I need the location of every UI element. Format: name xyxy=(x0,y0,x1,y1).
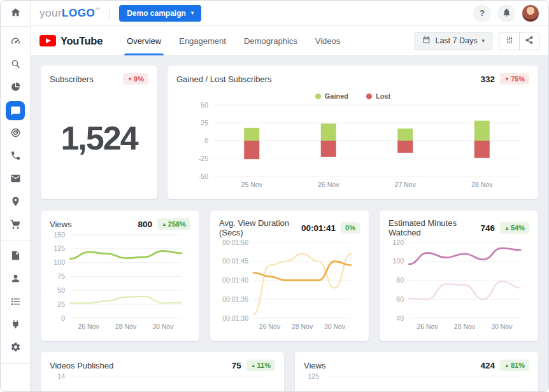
card-value: 800 xyxy=(138,220,152,229)
delta-badge: ▲54% xyxy=(500,222,529,234)
svg-text:28 Nov: 28 Nov xyxy=(471,181,493,188)
share-icon xyxy=(525,36,534,46)
sidebar-divider xyxy=(1,26,30,27)
help-button[interactable]: ? xyxy=(473,4,491,22)
chevron-down-icon: ▾ xyxy=(481,38,485,44)
dashboard-icon xyxy=(10,36,21,49)
sidebar-divider xyxy=(1,363,30,364)
topbar: your LOGO ™ Demo campaign ▾ ? xyxy=(31,1,548,26)
card-title: Gained / Lost Subscribers xyxy=(176,74,272,84)
svg-text:30 Nov: 30 Nov xyxy=(491,323,513,330)
svg-text:50: 50 xyxy=(201,101,208,109)
svg-text:25: 25 xyxy=(57,300,65,308)
tab-videos[interactable]: Videos xyxy=(306,26,350,55)
share-button[interactable] xyxy=(519,32,539,50)
logo-trademark: ™ xyxy=(95,7,99,11)
gained-lost-subscribers-card[interactable]: Gained / Lost Subscribers 332 ▼75% Gaine… xyxy=(168,66,538,199)
subscribers-total: 1,524 xyxy=(50,85,148,192)
videos-published-card[interactable]: Videos Published 75 ▲11% 14 xyxy=(41,352,284,391)
youtube-play-icon xyxy=(39,35,56,46)
search-icon xyxy=(10,59,21,72)
legend-item-lost: Lost xyxy=(366,92,390,100)
svg-text:30 Nov: 30 Nov xyxy=(324,323,346,330)
sidebar xyxy=(1,1,31,391)
sidebar-item-clients[interactable] xyxy=(1,268,30,291)
mail-icon xyxy=(10,173,21,186)
campaign-selector-button[interactable]: Demo campaign ▾ xyxy=(119,5,201,22)
svg-text:28 Nov: 28 Nov xyxy=(292,323,313,330)
views-bottom-chart: 125 xyxy=(304,371,529,391)
sliders-icon xyxy=(505,36,514,46)
svg-text:40: 40 xyxy=(396,314,404,322)
svg-text:-50: -50 xyxy=(199,172,208,180)
svg-text:60: 60 xyxy=(396,295,404,303)
tab-overview[interactable]: Overview xyxy=(118,26,170,55)
date-range-label: Last 7 Days xyxy=(435,36,477,45)
card-title: Estimated Minutes Watched xyxy=(389,218,481,237)
tab-engagement[interactable]: Engagement xyxy=(170,26,235,55)
user-avatar[interactable] xyxy=(522,4,539,22)
sidebar-item-calls[interactable] xyxy=(1,145,30,168)
tab-demographics[interactable]: Demographics xyxy=(235,26,306,55)
sidebar-item-ecommerce[interactable] xyxy=(1,214,30,237)
card-title: Avg. View Duration (Secs) xyxy=(219,218,301,237)
document-icon xyxy=(10,250,21,263)
chat-bubble-icon xyxy=(6,101,25,120)
svg-text:0: 0 xyxy=(204,137,208,144)
svg-text:120: 120 xyxy=(392,239,404,246)
cart-icon xyxy=(10,219,21,232)
divider xyxy=(109,7,110,20)
svg-text:26 Nov: 26 Nov xyxy=(318,181,339,188)
sidebar-item-home[interactable] xyxy=(1,2,30,25)
app-window: your LOGO ™ Demo campaign ▾ ? YouTube xyxy=(0,0,549,392)
svg-text:26 Nov: 26 Nov xyxy=(417,323,439,330)
avg-duration-line-chart: 00:01:5000:01:4500:01:4000:01:3500:01:30… xyxy=(219,237,360,333)
sidebar-item-dashboard[interactable] xyxy=(1,31,30,53)
notifications-button[interactable] xyxy=(497,4,515,22)
videos-published-chart: 14 xyxy=(50,371,275,391)
avg-view-duration-card[interactable]: Avg. View Duration (Secs) 00:01:41 0% 00… xyxy=(210,211,369,341)
gear-icon xyxy=(10,342,21,355)
card-value: 424 xyxy=(481,361,496,370)
legend-item-gained: Gained xyxy=(315,92,348,100)
estimated-minutes-watched-card[interactable]: Estimated Minutes Watched 746 ▲54% 12010… xyxy=(380,211,538,341)
sidebar-item-local[interactable] xyxy=(1,191,30,214)
filter-button[interactable] xyxy=(499,32,519,50)
sidebar-item-integrations[interactable] xyxy=(1,314,30,337)
help-label: ? xyxy=(480,8,485,18)
svg-text:80: 80 xyxy=(396,276,404,284)
subscribers-card[interactable]: Subscribers ▼9% 1,524 xyxy=(41,66,157,199)
svg-text:25: 25 xyxy=(201,119,208,127)
sidebar-item-social[interactable] xyxy=(1,99,30,122)
views-bottom-card[interactable]: Views 424 ▲81% 125 xyxy=(295,352,538,391)
svg-text:00:01:40: 00:01:40 xyxy=(222,276,248,284)
youtube-brand: YouTube xyxy=(39,35,103,47)
minutes-watched-line-chart: 12010080604026 Nov28 Nov30 Nov xyxy=(389,237,529,333)
svg-text:14: 14 xyxy=(57,372,65,380)
svg-text:100: 100 xyxy=(53,258,65,266)
svg-text:100: 100 xyxy=(392,257,404,265)
sidebar-divider xyxy=(1,241,30,241)
sidebar-item-tasks[interactable] xyxy=(1,291,30,314)
delta-badge: ▼9% xyxy=(123,73,148,85)
svg-text:50: 50 xyxy=(57,286,65,294)
logo-prefix: your xyxy=(39,8,62,18)
chevron-down-icon: ▾ xyxy=(191,10,194,16)
svg-text:26 Nov: 26 Nov xyxy=(259,323,281,330)
app-logo[interactable]: your LOGO ™ xyxy=(39,8,99,18)
card-value: 746 xyxy=(481,223,496,233)
svg-text:26 Nov: 26 Nov xyxy=(78,323,100,330)
date-range-button[interactable]: Last 7 Days ▾ xyxy=(415,32,492,50)
location-pin-icon xyxy=(10,196,21,209)
sidebar-item-search[interactable] xyxy=(1,53,30,76)
sidebar-item-reports[interactable] xyxy=(1,245,30,268)
platform-header: YouTube OverviewEngagementDemographicsVi… xyxy=(31,26,548,56)
sidebar-item-settings[interactable] xyxy=(1,337,30,360)
svg-text:125: 125 xyxy=(308,372,319,380)
sidebar-item-tracking[interactable] xyxy=(1,122,30,145)
svg-text:28 Nov: 28 Nov xyxy=(454,323,476,330)
card-title: Videos Published xyxy=(50,361,113,370)
views-card[interactable]: Views 800 ▲258% 150125100755025026 Nov28… xyxy=(41,211,199,341)
sidebar-item-analytics[interactable] xyxy=(1,76,30,99)
sidebar-item-email[interactable] xyxy=(1,168,30,191)
